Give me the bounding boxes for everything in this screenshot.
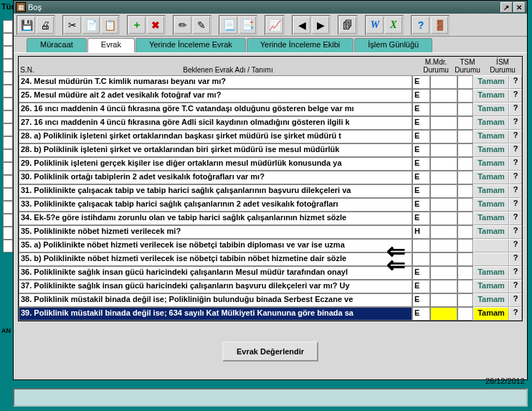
row-tsm-status[interactable] (430, 116, 457, 130)
row-ism-status[interactable] (457, 280, 473, 293)
row-ism-status[interactable] (457, 116, 473, 130)
delete-button[interactable]: ✖ (147, 16, 164, 34)
table-row[interactable]: 37. Poliklinikte sağlık insan gücü haric… (19, 280, 522, 293)
row-help-button[interactable]: ? (509, 293, 522, 307)
row-mmdr-status[interactable]: E (412, 143, 430, 157)
copy-button[interactable]: 📄 (82, 16, 100, 34)
row-mmdr-status[interactable] (412, 239, 430, 252)
restore-button[interactable]: ↗ (500, 2, 512, 12)
row-action-button[interactable]: Tamam (473, 280, 509, 293)
row-tsm-status[interactable] (430, 266, 457, 280)
table-row[interactable]: 31. Poliklinikte çalışacak tabip ve tabi… (19, 184, 522, 198)
row-mmdr-status[interactable]: E (412, 103, 430, 116)
row-mmdr-status[interactable]: E (412, 75, 430, 89)
row-mmdr-status[interactable]: E (412, 307, 430, 321)
row-mmdr-status[interactable]: E (412, 171, 430, 184)
row-mmdr-status[interactable]: E (412, 280, 430, 293)
word-button[interactable]: W (366, 16, 384, 34)
paste-button[interactable]: 📋 (101, 16, 118, 34)
table-row[interactable]: 34. Ek-5?e göre istihdamı zorunlu olan v… (19, 212, 522, 225)
row-action-button[interactable]: Tamam (473, 89, 509, 103)
row-tsm-status[interactable] (430, 212, 457, 225)
row-ism-status[interactable] (457, 212, 473, 225)
row-help-button[interactable]: ? (509, 130, 522, 143)
prev-button[interactable]: ◀ (293, 16, 310, 34)
row-tsm-status[interactable] (430, 157, 457, 171)
row-help-button[interactable]: ? (509, 103, 522, 116)
table-row[interactable]: 35. b) Poliklinikte nöbet hizmeti verile… (19, 252, 522, 266)
row-mmdr-status[interactable]: E (412, 184, 430, 198)
row-help-button[interactable]: ? (509, 198, 522, 212)
row-ism-status[interactable] (457, 103, 473, 116)
row-tsm-status[interactable] (430, 184, 457, 198)
row-tsm-status[interactable] (430, 130, 457, 143)
row-ism-status[interactable] (457, 171, 473, 184)
row-ism-status[interactable] (457, 184, 473, 198)
row-help-button[interactable]: ? (509, 307, 522, 321)
table-row[interactable]: 29. Poliklinik işleteni gerçek kişiler i… (19, 157, 522, 171)
help-button[interactable]: ? (412, 16, 429, 34)
table-row[interactable]: 38. Poliklinik müstakil binada değil ise… (19, 293, 522, 307)
table-row[interactable]: 26. 16 ıncı maddenin 4 üncü fıkrasına gö… (19, 103, 522, 116)
row-help-button[interactable]: ? (509, 212, 522, 225)
save-button[interactable]: 💾 (18, 16, 35, 34)
print-button[interactable]: 🖨 (37, 16, 54, 34)
tab-muracaat[interactable]: Müracaat (27, 38, 87, 52)
row-tsm-status[interactable] (430, 307, 457, 321)
table-row[interactable]: 28. b) Poliklinik işleteni şirket ve ort… (19, 143, 522, 157)
row-mmdr-status[interactable]: E (412, 198, 430, 212)
row-tsm-status[interactable] (430, 75, 457, 89)
table-row[interactable]: 33. Poliklinikte çalışacak tabip harici … (19, 198, 522, 212)
row-action-button[interactable] (473, 239, 509, 252)
row-action-button[interactable]: Tamam (473, 103, 509, 116)
row-tsm-status[interactable] (430, 89, 457, 103)
table-row[interactable]: 30. Poliklinik ortağı tabiplerin 2 adet … (19, 171, 522, 184)
row-action-button[interactable]: Tamam (473, 212, 509, 225)
row-action-button[interactable]: Tamam (473, 307, 509, 321)
row-ism-status[interactable] (457, 130, 473, 143)
row-help-button[interactable]: ? (509, 225, 522, 239)
row-help-button[interactable]: ? (509, 171, 522, 184)
row-help-button[interactable]: ? (509, 239, 522, 252)
row-ism-status[interactable] (457, 239, 473, 252)
row-tsm-status[interactable] (430, 280, 457, 293)
table-row[interactable]: 35. Poliklinikte nöbet hizmeti verilecek… (19, 225, 522, 239)
row-ism-status[interactable] (457, 307, 473, 321)
row-mmdr-status[interactable]: E (412, 130, 430, 143)
add-button[interactable]: ＋ (128, 16, 146, 34)
row-action-button[interactable]: Tamam (473, 225, 509, 239)
table-row[interactable]: 36. Poliklinikte sağlık insan gücü haric… (19, 266, 522, 280)
row-mmdr-status[interactable]: H (412, 225, 430, 239)
edit-button[interactable]: ✏ (174, 16, 191, 34)
row-mmdr-status[interactable]: E (412, 266, 430, 280)
row-tsm-status[interactable] (430, 143, 457, 157)
row-help-button[interactable]: ? (509, 157, 522, 171)
row-tsm-status[interactable] (430, 198, 457, 212)
row-mmdr-status[interactable] (412, 252, 430, 266)
row-ism-status[interactable] (457, 225, 473, 239)
row-action-button[interactable]: Tamam (473, 130, 509, 143)
row-mmdr-status[interactable]: E (412, 157, 430, 171)
table-row[interactable]: 25. Mesul müdüre ait 2 adet vesikalık fo… (19, 89, 522, 103)
row-mmdr-status[interactable]: E (412, 212, 430, 225)
row-action-button[interactable]: Tamam (473, 116, 509, 130)
row-help-button[interactable]: ? (509, 116, 522, 130)
excel-button[interactable]: X (385, 16, 402, 34)
close-button[interactable]: ✕ (513, 2, 525, 12)
cancel-edit-button[interactable]: ✎ (193, 16, 210, 34)
tab-yerinde-ekibi[interactable]: Yerinde İnceleme Ekibi (247, 38, 354, 52)
row-action-button[interactable]: Tamam (473, 157, 509, 171)
row-tsm-status[interactable] (430, 103, 457, 116)
refresh-button[interactable]: 🗐 (339, 16, 356, 34)
row-action-button[interactable]: Tamam (473, 293, 509, 307)
row-action-button[interactable]: Tamam (473, 171, 509, 184)
row-mmdr-status[interactable]: E (412, 293, 430, 307)
row-help-button[interactable]: ? (509, 143, 522, 157)
table-row[interactable]: 39. Poliklinik müstakil binada değil ise… (19, 307, 522, 321)
row-ism-status[interactable] (457, 293, 473, 307)
row-help-button[interactable]: ? (509, 184, 522, 198)
table-row[interactable]: 28. a) Poliklinik işleteni şirket ortakl… (19, 130, 522, 143)
row-mmdr-status[interactable]: E (412, 89, 430, 103)
row-help-button[interactable]: ? (509, 75, 522, 89)
row-mmdr-status[interactable]: E (412, 116, 430, 130)
